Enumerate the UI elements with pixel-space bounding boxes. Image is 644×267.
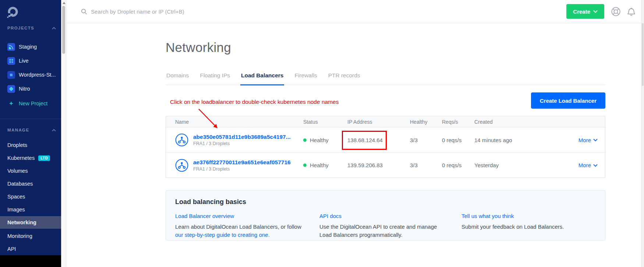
sidebar-item-droplets[interactable]: Droplets <box>0 140 61 151</box>
requests-per-second: 0 reqs/s <box>442 162 474 168</box>
created-time: 14 minutes ago <box>474 137 544 143</box>
plus-icon: + <box>7 100 15 107</box>
digitalocean-logo-icon[interactable] <box>6 6 19 19</box>
create-button[interactable]: Create <box>566 4 604 19</box>
sidebar-item-monitoring[interactable]: Monitoring <box>0 231 61 242</box>
tab-firewalls[interactable]: Firewalls <box>294 72 318 85</box>
sidebar-item-kubernetes[interactable]: Kubernetes LTD <box>0 152 61 164</box>
sidebar-project-nitro[interactable]: Nitro <box>0 83 61 94</box>
chevron-up-icon <box>52 129 56 131</box>
ltd-badge: LTD <box>38 155 50 161</box>
item-label: API <box>7 246 16 252</box>
load-balancing-basics-card: Load balancing basics Load Balancer over… <box>166 190 605 240</box>
requests-per-second: 0 reqs/s <box>442 137 474 143</box>
healthy-status-dot <box>303 164 307 167</box>
load-balancer-table: Name Status IP Address Healthy Reqs/s Cr… <box>166 116 605 178</box>
chevron-up-icon <box>52 27 56 29</box>
sidebar-project-staging[interactable]: Staging <box>0 41 61 52</box>
project-label: Staging <box>19 44 37 50</box>
load-balancer-region: FRA1 / 3 Droplets <box>193 141 291 146</box>
table-header-row: Name Status IP Address Healthy Reqs/s Cr… <box>166 116 605 127</box>
notifications-bell-icon[interactable] <box>627 7 636 17</box>
project-label: Live <box>19 58 29 64</box>
item-label: Volumes <box>7 168 28 174</box>
basics-title: Load balancing basics <box>175 198 596 206</box>
api-docs-link[interactable]: API docs <box>319 213 342 219</box>
load-balancer-overview-link[interactable]: Load Balancer overview <box>175 213 234 219</box>
tab-load-balancers[interactable]: Load Balancers <box>240 72 284 85</box>
project-label: Wordpress-St... <box>19 72 56 78</box>
sidebar-project-live[interactable]: Live <box>0 55 61 66</box>
more-menu-button[interactable]: More <box>578 137 605 143</box>
sidebar-item-networking[interactable]: Networking <box>0 216 61 229</box>
sidebar-item-databases[interactable]: Databases <box>0 178 61 189</box>
load-balancer-icon <box>175 133 188 147</box>
search-bar <box>81 8 566 15</box>
tab-domains[interactable]: Domains <box>166 72 190 85</box>
topbar: Create <box>66 0 641 23</box>
column-header-ip: IP Address <box>347 119 410 125</box>
chevron-down-icon <box>593 138 598 141</box>
page-scrollbar[interactable] <box>641 0 644 267</box>
column-header-healthy: Healthy <box>410 119 442 125</box>
search-input[interactable] <box>91 8 245 15</box>
item-label: Droplets <box>7 142 27 148</box>
page-title: Networking <box>166 40 231 55</box>
manage-section-header[interactable]: MANAGE <box>7 128 56 132</box>
live-project-icon <box>7 57 15 65</box>
chevron-down-icon <box>593 10 598 13</box>
wordpress-project-icon <box>7 71 15 79</box>
item-label: Databases <box>7 181 33 187</box>
sidebar-divider <box>0 119 61 119</box>
new-project-label: New Project <box>19 101 47 106</box>
item-label: Spaces <box>7 194 25 200</box>
manage-label: MANAGE <box>7 128 29 132</box>
sidebar-scrollbar[interactable] <box>61 0 66 267</box>
tab-ptr-records[interactable]: PTR records <box>328 72 361 85</box>
table-row[interactable]: abe350e05781d11e9b3689a5c4197... FRA1 / … <box>166 127 605 152</box>
sidebar-item-api[interactable]: API <box>0 243 61 254</box>
column-header-name: Name <box>166 119 303 125</box>
basics-column-feedback: Tell us what you think Submit your feedb… <box>461 213 596 239</box>
ip-address: 138.68.124.64 <box>347 137 410 143</box>
scrollbar-thumb[interactable] <box>62 6 65 54</box>
column-header-created: Created <box>474 119 544 125</box>
status-text: Healthy <box>310 162 329 168</box>
load-balancer-name-link[interactable]: ae376ff22770011e9a651e6eaf057716 <box>193 159 291 166</box>
staging-project-icon <box>7 43 15 51</box>
healthy-count: 3/3 <box>410 162 442 168</box>
project-label: Nitro <box>19 86 30 92</box>
basics-text: Use the DigitalOcean API to create and m… <box>319 223 445 239</box>
sidebar-item-volumes[interactable]: Volumes <box>0 165 61 176</box>
chevron-down-icon <box>593 164 598 167</box>
page-scrollbar-thumb[interactable] <box>642 23 644 86</box>
basics-text: Learn about DigitalOcean Load Balancers,… <box>175 224 301 230</box>
tell-us-what-you-think-link[interactable]: Tell us what you think <box>461 213 514 219</box>
help-icon[interactable] <box>611 7 621 17</box>
healthy-status-dot <box>303 138 307 142</box>
ip-address: 139.59.206.83 <box>347 162 410 168</box>
sidebar-item-spaces[interactable]: Spaces <box>0 191 61 202</box>
table-row[interactable]: ae376ff22770011e9a651e6eaf057716 FRA1 / … <box>166 152 605 178</box>
load-balancer-region: FRA1 / 3 Droplets <box>193 166 291 172</box>
sidebar-project-wordpress[interactable]: Wordpress-St... <box>0 69 61 80</box>
column-header-status: Status <box>303 119 347 125</box>
create-load-balancer-button[interactable]: Create Load Balancer <box>531 92 605 109</box>
step-by-step-guide-link[interactable]: our step-by-step guide to creating one. <box>175 232 270 238</box>
more-menu-button[interactable]: More <box>578 162 605 168</box>
tab-floating-ips[interactable]: Floating IPs <box>199 72 231 85</box>
created-time: Yesterday <box>474 162 544 168</box>
load-balancer-name-link[interactable]: abe350e05781d11e9b3689a5c4197... <box>193 134 291 140</box>
item-label: Images <box>7 207 25 212</box>
item-label: Networking <box>7 219 36 225</box>
load-balancer-icon <box>175 159 188 172</box>
app-root: PROJECTS Staging Live <box>0 0 644 267</box>
sidebar: PROJECTS Staging Live <box>0 0 61 255</box>
scrollbar-up-arrow-icon[interactable] <box>63 2 66 4</box>
column-header-reqs: Reqs/s <box>442 119 474 125</box>
annotation-text: Click on the loadbalancer to double-chec… <box>170 99 339 105</box>
projects-section-header[interactable]: PROJECTS <box>7 26 56 30</box>
new-project-button[interactable]: + New Project <box>0 98 61 109</box>
healthy-count: 3/3 <box>410 137 442 143</box>
sidebar-item-images[interactable]: Images <box>0 204 61 215</box>
